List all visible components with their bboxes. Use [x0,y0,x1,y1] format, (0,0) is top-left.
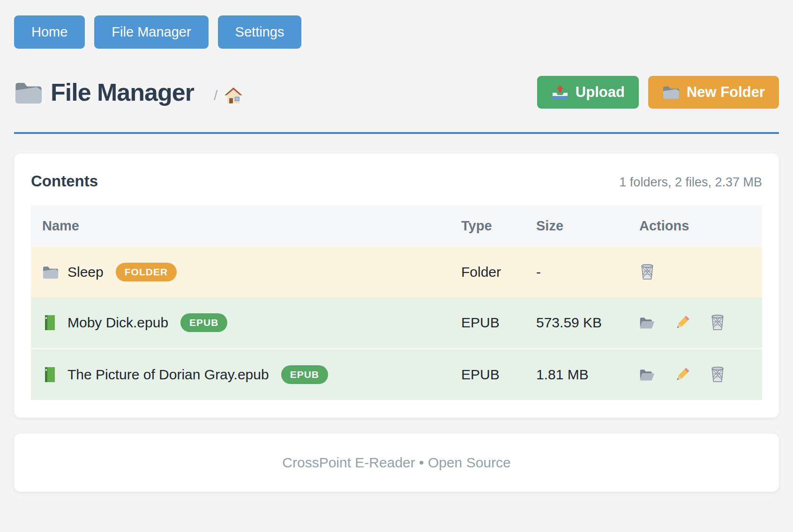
rename-icon[interactable] [674,314,690,331]
new-folder-icon [662,84,680,100]
file-type: EPUB [450,297,525,349]
home-icon[interactable] [224,87,243,104]
folder-badge: FOLDER [116,263,177,281]
breadcrumb: / [214,87,243,104]
upload-icon [551,84,569,100]
move-icon[interactable] [639,366,655,383]
file-type: Folder [450,247,525,297]
file-type: EPUB [450,349,525,400]
column-header-size: Size [525,205,628,247]
upload-button-label: Upload [576,84,625,101]
actions-cell [639,366,751,383]
move-icon[interactable] [639,314,655,331]
page-header: File Manager / Upload New Folder [14,76,779,109]
contents-title: Contents [31,172,98,190]
title-group: File Manager / [14,78,243,106]
nav-settings-button[interactable]: Settings [218,15,302,49]
file-name[interactable]: Moby Dick.epub [67,315,168,331]
file-table-header: Name Type Size Actions [31,205,762,247]
delete-icon[interactable] [710,366,726,383]
actions-cell [639,264,751,281]
epub-badge: EPUB [180,313,227,332]
column-header-actions: Actions [628,205,762,247]
new-folder-button[interactable]: New Folder [648,76,779,109]
breadcrumb-separator: / [214,88,217,103]
header-actions: Upload New Folder [537,76,779,109]
delete-icon[interactable] [639,264,655,281]
folder-icon [42,264,59,280]
epub-badge: EPUB [281,365,328,384]
top-nav: Home File Manager Settings [14,15,779,49]
folder-icon [14,80,43,105]
column-header-name: Name [31,205,450,247]
file-manager-page: Home File Manager Settings File Manager … [0,0,793,532]
file-size: 573.59 KB [525,297,628,349]
name-cell: The Picture of Dorian Gray.epub EPUB [42,365,439,384]
contents-card-header: Contents 1 folders, 2 files, 2.37 MB [31,172,762,190]
new-folder-button-label: New Folder [687,84,765,101]
header-divider [14,132,779,134]
book-icon [42,367,59,383]
name-cell: Sleep FOLDER [42,263,439,281]
file-size: 1.81 MB [525,349,628,400]
footer-card: CrossPoint E-Reader • Open Source [14,434,779,492]
file-name[interactable]: Sleep [67,264,104,280]
delete-icon[interactable] [710,314,726,331]
name-cell: Moby Dick.epub EPUB [42,313,439,332]
contents-summary: 1 folders, 2 files, 2.37 MB [619,175,762,190]
table-row-dorian-gray[interactable]: The Picture of Dorian Gray.epub EPUB EPU… [31,349,762,400]
page-title: File Manager [51,78,194,106]
contents-card: Contents 1 folders, 2 files, 2.37 MB Nam… [14,154,779,418]
book-icon [42,315,59,331]
footer-text: CrossPoint E-Reader • Open Source [14,455,779,471]
nav-file-manager-button[interactable]: File Manager [94,15,208,49]
table-row-moby-dick[interactable]: Moby Dick.epub EPUB EPUB 573.59 KB [31,297,762,349]
upload-button[interactable]: Upload [537,76,639,109]
table-row-sleep[interactable]: Sleep FOLDER Folder - [31,247,762,297]
file-size: - [525,247,628,297]
nav-home-button[interactable]: Home [14,15,85,49]
file-table: Name Type Size Actions Sleep FOLDER F [31,205,762,400]
column-header-type: Type [450,205,525,247]
file-name[interactable]: The Picture of Dorian Gray.epub [67,367,269,383]
rename-icon[interactable] [674,366,690,383]
actions-cell [639,314,751,331]
